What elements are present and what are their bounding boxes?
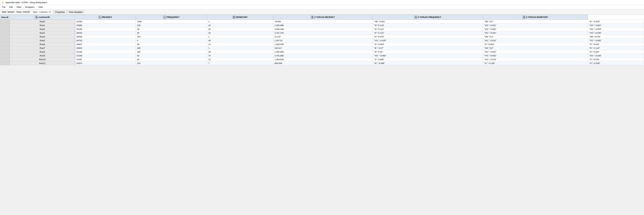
- cell-2-tuples-monetary: "B","-0.029": [588, 20, 644, 24]
- menu-item-file[interactable]: File: [2, 6, 6, 9]
- row-index: [0, 58, 10, 62]
- tab-properties[interactable]: Properties: [53, 10, 67, 14]
- cell-customerid: 01340: [75, 54, 136, 58]
- table-row: Row60084769121,093.058"G","0.004""G","0.…: [0, 43, 644, 46]
- menu-item-edit[interactable]: Edit: [9, 6, 14, 9]
- cell-monetary: 79.059: [273, 20, 373, 24]
- table-row: Row400508154121.247"N","0.078""VB","0.0"…: [0, 35, 644, 39]
- col-label: 2 TUPLES FREQUENCY: [418, 16, 441, 18]
- table-row: Row100159740221,354.506"G","0.086""VG","…: [0, 58, 644, 62]
- row-index: [0, 43, 10, 46]
- cell-2-tuples-recency: "VG","-0.025": [373, 39, 483, 43]
- cell-monetary: 2,357.01: [273, 39, 373, 43]
- table-body: Row0023301266179.059"VB","0.081""VB","0.…: [0, 20, 644, 65]
- warning-icon: ▲: [2, 1, 4, 4]
- cell-monetary: 3,791.868: [273, 54, 373, 58]
- row-id: Row3: [10, 31, 75, 35]
- row-id: Row6: [10, 43, 75, 46]
- cell-2-tuples-frequency: "VG","-0.074": [483, 58, 588, 62]
- menu-item-hilite[interactable]: Hilite: [16, 6, 22, 9]
- cell-2-tuples-monetary: "G","0.078": [588, 58, 644, 62]
- cell-frequency: 32: [207, 24, 273, 27]
- col-type-icon: S: [414, 16, 417, 19]
- cell-frequency: 22: [207, 58, 273, 62]
- cell-2-tuples-recency: "N","0.119": [373, 24, 483, 27]
- col-label: customerID: [38, 16, 50, 18]
- cell-recency: 30: [136, 31, 207, 35]
- col-header-2-tuples-monetary: S2 TUPLES MONETARY: [483, 15, 588, 20]
- table-container: Row IDScustomerIDLRECENCYIFREQUENCYDMONE…: [0, 15, 644, 65]
- cell-2-tuples-frequency: "VG","-0.062": [483, 27, 588, 31]
- cell-2-tuples-recency: "G","0.004": [373, 43, 483, 46]
- cell-recency: 40: [136, 58, 207, 62]
- header-row: Row IDScustomerIDLRECENCYIFREQUENCYDMONE…: [0, 15, 644, 20]
- col-header-recency: LRECENCY: [75, 15, 136, 20]
- cell-2-tuples-recency: "G","0.086": [373, 58, 483, 62]
- cell-frequency: 24: [207, 27, 273, 31]
- cell-recency: 314: [136, 62, 207, 65]
- col-header-2-tuples-recency: S2 TUPLES RECENCY: [273, 15, 373, 20]
- cell-2-tuples-frequency: "VG","-0.002": [483, 54, 588, 58]
- col-type-icon: S: [35, 16, 38, 19]
- cell-customerid: 01670: [75, 62, 136, 65]
- col-header-monetary: DMONETARY: [207, 15, 273, 20]
- col-type-icon: S: [523, 16, 526, 19]
- cell-frequency: 1: [207, 35, 273, 39]
- cell-2-tuples-frequency: "VG","-0.051": [483, 50, 588, 54]
- cell-recency: 20: [136, 54, 207, 58]
- cell-2-tuples-monetary: "VG","-0.035": [588, 54, 644, 58]
- row-index: [0, 39, 10, 43]
- row-id: Row10: [10, 58, 75, 62]
- tab-flow-variables[interactable]: Flow Variables: [67, 10, 84, 14]
- cell-monetary: 834.509: [273, 62, 373, 65]
- cell-recency: 135: [136, 24, 207, 27]
- table-row: Row7009208201192.617"B","-0.07""VB","0.0…: [0, 46, 644, 50]
- menu-bar: FileEditHiliteNavigationView: [0, 5, 644, 9]
- cell-monetary: 1,354.506: [273, 58, 373, 62]
- cell-monetary: 1,093.058: [273, 43, 373, 46]
- window-title: Appended table - 0:2555 - String Manipul…: [5, 1, 47, 4]
- row-index: [0, 54, 10, 58]
- table-header: Row IDScustomerIDLRECENCYIFREQUENCYDMONE…: [0, 15, 644, 20]
- cell-2-tuples-frequency: "VG","-0.031": [483, 24, 588, 27]
- col-header-row-id: Row ID: [0, 15, 10, 20]
- cell-2-tuples-monetary: "VB","0.079": [588, 35, 644, 39]
- row-id: Row5: [10, 39, 75, 43]
- row-id: Row1: [10, 24, 75, 27]
- row-id: Row8: [10, 50, 75, 54]
- cell-frequency: 7: [207, 62, 273, 65]
- tab-spec---columns:-11[interactable]: Spec - Columns: 11: [31, 10, 53, 14]
- row-id: Row0: [10, 20, 75, 24]
- cell-2-tuples-recency: "N","0.03": [373, 50, 483, 54]
- cell-2-tuples-monetary: "VG","-0.036": [588, 31, 644, 35]
- cell-recency: 185: [136, 50, 207, 54]
- tab-bar: Table "default" - Rows: 219199 Spec - Co…: [0, 9, 644, 15]
- row-index: [0, 46, 10, 50]
- cell-2-tuples-frequency: "VB","0.0": [483, 20, 588, 24]
- menu-item-navigation[interactable]: Navigation: [24, 6, 35, 9]
- row-index: [0, 31, 10, 35]
- col-header-frequency: IFREQUENCY: [136, 15, 207, 20]
- cell-monetary: 1,050.856: [273, 50, 373, 54]
- cell-2-tuples-monetary: "VG","-0.081": [588, 24, 644, 27]
- cell-recency: 1266: [136, 20, 207, 24]
- cell-customerid: 00847: [75, 43, 136, 46]
- cell-frequency: 1: [207, 20, 273, 24]
- col-header-customerid: ScustomerID: [10, 15, 75, 20]
- cell-customerid: 00920: [75, 46, 136, 50]
- menu-item-view[interactable]: View: [38, 6, 44, 9]
- col-type-icon: D: [233, 16, 236, 19]
- cell-recency: 69: [136, 43, 207, 46]
- cell-2-tuples-recency: "VG","-0.092": [373, 54, 483, 58]
- cell-frequency: 26: [207, 50, 273, 54]
- cell-monetary: 2,355.886: [273, 24, 373, 27]
- title-bar: ▲ Appended table - 0:2555 - String Manip…: [0, 0, 644, 5]
- row-id: Row2: [10, 27, 75, 31]
- col-label: Row ID: [2, 16, 8, 19]
- row-index: [0, 35, 10, 39]
- cell-frequency: 32: [207, 31, 273, 35]
- col-header-2-tuples-frequency: S2 TUPLES FREQUENCY: [373, 15, 483, 20]
- cell-2-tuples-recency: "VB","0.081": [373, 20, 483, 24]
- row-id: Row11: [10, 62, 75, 65]
- cell-frequency: 45: [207, 39, 273, 43]
